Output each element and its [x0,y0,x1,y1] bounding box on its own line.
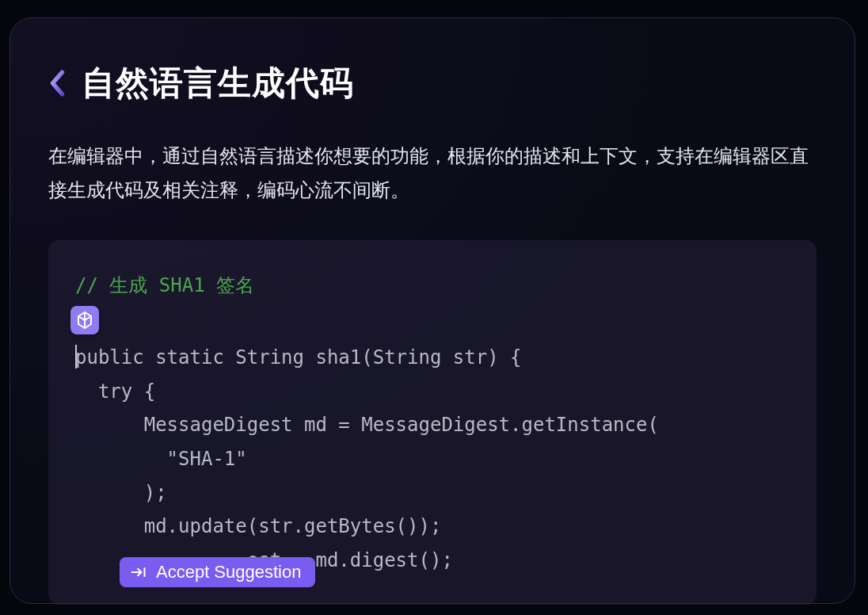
accept-suggestion-label: Accept Suggestion [156,562,301,583]
title-row: 自然语言生成代码 [48,61,817,105]
code-line: try { [75,375,790,409]
code-line: ); [75,476,790,510]
code-editor[interactable]: // 生成 SHA1 签名 public static String sha1(… [48,240,817,605]
code-line: "SHA-1" [75,442,790,476]
chevron-left-icon [48,69,67,97]
tab-key-icon [131,566,147,579]
feature-card: 自然语言生成代码 在编辑器中，通过自然语言描述你想要的功能，根据你的描述和上下文… [10,17,855,604]
accept-suggestion-button[interactable]: Accept Suggestion [120,557,315,587]
feature-title: 自然语言生成代码 [82,61,354,105]
code-line: md.update(str.getBytes()); [75,510,790,544]
ai-assistant-icon[interactable] [70,306,99,334]
feature-description: 在编辑器中，通过自然语言描述你想要的功能，根据你的描述和上下文，支持在编辑器区直… [48,139,809,207]
code-line: public static String sha1(String str) { [75,341,790,375]
code-line: MessageDigest md = MessageDigest.getInst… [75,408,790,442]
code-comment: // 生成 SHA1 签名 [75,269,790,303]
